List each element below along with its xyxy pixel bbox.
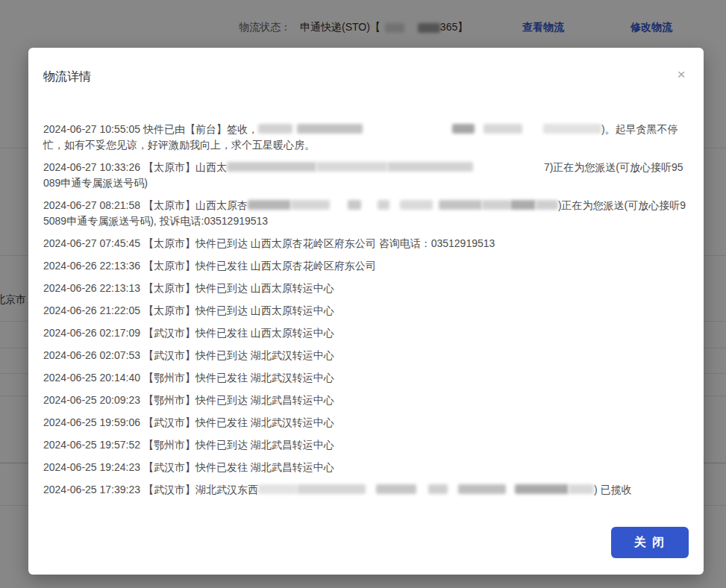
redacted-gap <box>292 132 297 133</box>
tracking-entry-text: 2024-06-26 22:13:36 【太原市】快件已发往 山西太原杏花岭区府… <box>43 260 376 272</box>
modal-title: 物流详情 <box>43 69 689 85</box>
tracking-entry: 2024-06-26 22:13:13 【太原市】快件已到达 山西太原转运中心 <box>43 281 689 296</box>
redacted-gap <box>363 132 452 133</box>
redacted-text <box>452 124 475 134</box>
redacted-text <box>458 484 506 494</box>
redacted-text <box>348 200 361 210</box>
redacted-text <box>258 124 292 134</box>
tracking-entry-text: 2024-06-27 10:55:05 快件已由【前台】签收， <box>43 123 258 135</box>
tracking-entry: 2024-06-27 08:21:58 【太原市】山西太原杏)正在为您派送(可放… <box>43 198 689 229</box>
redacted-text <box>510 200 536 210</box>
redacted-gap <box>366 492 376 493</box>
redacted-gap <box>448 492 458 493</box>
redacted-gap <box>330 208 348 209</box>
tracking-entry: 2024-06-25 20:14:40 【鄂州市】快件已发往 湖北武汉转运中心 <box>43 370 689 386</box>
tracking-entry-text: 2024-06-25 20:14:40 【鄂州市】快件已发往 湖北武汉转运中心 <box>43 372 334 384</box>
redacted-text <box>439 200 482 210</box>
tracking-entry-text: 2024-06-26 21:22:05 【太原市】快件已到达 山西太原转运中心 <box>43 304 334 316</box>
redacted-text <box>543 124 601 134</box>
modal-footer: 关 闭 <box>611 527 689 558</box>
close-button[interactable]: 关 闭 <box>611 527 689 558</box>
tracking-entry-text: 2024-06-25 19:59:06 【武汉市】快件已发往 湖北武汉转运中心 <box>43 416 334 428</box>
redacted-text <box>258 484 297 494</box>
close-icon[interactable]: × <box>672 66 690 84</box>
tracking-entry: 2024-06-26 22:13:36 【太原市】快件已发往 山西太原杏花岭区府… <box>43 258 689 274</box>
redacted-gap <box>522 132 543 133</box>
tracking-entry-text: 2024-06-26 02:07:53 【武汉市】快件已到达 湖北武汉转运中心 <box>43 349 334 361</box>
redacted-text <box>400 200 433 210</box>
tracking-entry-text: ) 已揽收 <box>594 484 632 495</box>
redacted-text <box>297 124 363 134</box>
tracking-entry: 2024-06-27 07:45:45 【太原市】快件已到达 山西太原杏花岭区府… <box>43 236 689 251</box>
tracking-entry: 2024-06-27 10:55:05 快件已由【前台】签收，)。起早贪黑不停忙… <box>43 122 689 153</box>
redacted-text <box>569 484 594 494</box>
tracking-entry: 2024-06-26 02:07:53 【武汉市】快件已到达 湖北武汉转运中心 <box>43 348 689 363</box>
redacted-text <box>482 200 510 210</box>
tracking-entry: 2024-06-25 20:09:23 【鄂州市】快件已到达 湖北武昌转运中心 <box>43 392 689 408</box>
redacted-text <box>248 200 291 210</box>
redacted-gap <box>416 492 428 493</box>
redacted-text <box>515 484 569 494</box>
redacted-gap <box>506 492 515 493</box>
redacted-text <box>291 200 330 210</box>
tracking-entry: 2024-06-25 19:57:52 【鄂州市】快件已到达 湖北武昌转运中心 <box>43 437 689 453</box>
redacted-text <box>387 162 473 172</box>
redacted-text <box>484 124 522 134</box>
tracking-list: 2024-06-27 10:55:05 快件已由【前台】签收，)。起早贪黑不停忙… <box>28 122 704 504</box>
redacted-text <box>378 200 389 210</box>
redacted-text <box>297 484 366 494</box>
redacted-text <box>428 484 448 494</box>
tracking-entry-text: 2024-06-27 07:45:45 【太原市】快件已到达 山西太原杏花岭区府… <box>43 237 495 249</box>
redacted-gap <box>433 208 439 209</box>
tracking-entry: 2024-06-25 19:24:23 【武汉市】快件已发往 湖北武昌转运中心 <box>43 460 689 475</box>
tracking-entry: 2024-06-27 10:33:26 【太原市】山西太7)正在为您派送(可放心… <box>43 160 689 191</box>
tracking-entry-text: 2024-06-25 17:39:23 【武汉市】湖北武汉东西 <box>43 484 258 495</box>
tracking-entry-text: 2024-06-25 19:57:52 【鄂州市】快件已到达 湖北武昌转运中心 <box>43 439 334 451</box>
tracking-entry: 2024-06-25 17:39:23 【武汉市】湖北武汉东西) 已揽收 <box>43 482 689 498</box>
redacted-gap <box>473 170 544 171</box>
tracking-entry-text: 2024-06-26 22:13:13 【太原市】快件已到达 山西太原转运中心 <box>43 282 334 294</box>
redacted-gap <box>361 208 378 209</box>
tracking-entry-text: 2024-06-26 02:17:09 【武汉市】快件已发往 山西太原转运中心 <box>43 327 334 339</box>
redacted-text <box>316 162 387 172</box>
tracking-entry-text: 2024-06-27 08:21:58 【太原市】山西太原杏 <box>43 199 248 211</box>
redacted-text <box>536 200 558 210</box>
tracking-entry-text: 2024-06-25 19:24:23 【武汉市】快件已发往 湖北武昌转运中心 <box>43 461 334 473</box>
redacted-text <box>227 162 316 172</box>
redacted-gap <box>389 208 400 209</box>
redacted-gap <box>475 132 484 133</box>
tracking-entry: 2024-06-26 21:22:05 【太原市】快件已到达 山西太原转运中心 <box>43 303 689 319</box>
modal-header: 物流详情 × <box>28 48 704 85</box>
tracking-entry: 2024-06-26 02:17:09 【武汉市】快件已发往 山西太原转运中心 <box>43 325 689 341</box>
tracking-entry: 2024-06-25 19:59:06 【武汉市】快件已发往 湖北武汉转运中心 <box>43 415 689 431</box>
logistics-detail-modal: 物流详情 × 2024-06-27 10:55:05 快件已由【前台】签收，)。… <box>28 48 704 575</box>
tracking-entry-text: 2024-06-27 10:33:26 【太原市】山西太 <box>43 161 227 173</box>
tracking-entry-text: 2024-06-25 20:09:23 【鄂州市】快件已到达 湖北武昌转运中心 <box>43 394 334 406</box>
redacted-text <box>376 484 416 494</box>
